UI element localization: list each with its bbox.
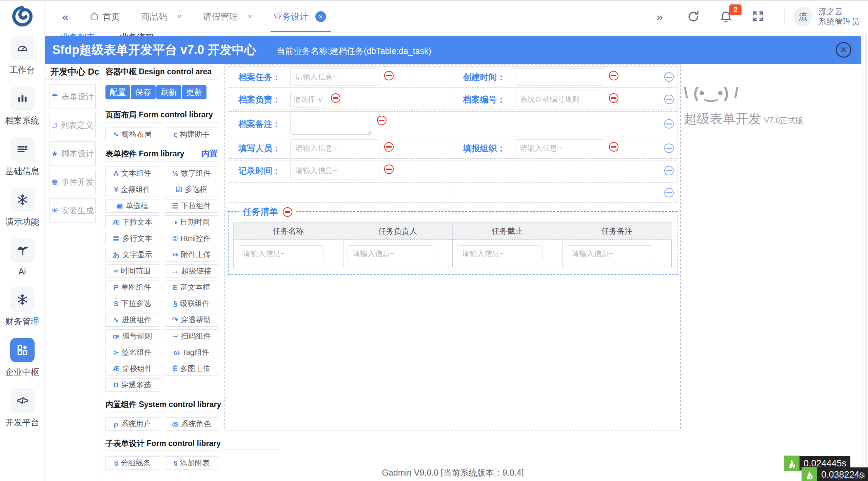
sidebar-item-base-info[interactable]: 基础信息 [5,137,39,177]
sidebar-item-ai[interactable]: Ai [10,238,35,276]
avatar[interactable]: 流 [793,7,813,26]
form-component-button[interactable]: ◑ 日期时间 [165,215,219,229]
form-component-button[interactable]: § 级联组件 [165,297,219,310]
app-logo[interactable] [12,5,33,27]
action-button[interactable]: 保存 [131,85,156,99]
form-component-button[interactable]: Æ 穿梭组件 [105,362,159,376]
form-component-button[interactable]: ☰ 下拉组件 [165,199,219,213]
form-component-button[interactable]: œ 编号规则 [105,329,159,343]
expand-tabs-icon[interactable]: » [656,10,663,23]
form-component-button[interactable]: ≻ 签名组件 [105,346,159,359]
remove-row-icon[interactable] [664,119,674,129]
form-component-button[interactable]: ω Tag组件 [165,346,219,359]
remove-row-icon[interactable] [664,188,674,197]
remove-field-icon[interactable] [609,71,618,80]
task-cell-input[interactable] [348,245,433,262]
task-cell-input[interactable] [238,245,323,262]
subtab-business-flow[interactable]: 业务流程 [120,32,154,36]
dev-center-button[interactable]: ★ 脚本设计 [49,141,96,166]
archive-owner-select[interactable]: 请选择 ∨ [290,91,326,108]
form-component-button[interactable]: A 文本组件 [105,167,159,180]
fullscreen-icon[interactable] [752,10,765,23]
dev-center-button[interactable]: ♫ 列表定义 [49,113,96,137]
task-cell-input[interactable] [567,245,652,262]
writer-input[interactable] [290,139,379,157]
record-time-input[interactable] [290,162,379,179]
system-component-button[interactable]: ρ 系统用户 [105,417,159,431]
close-modal-icon[interactable]: ✕ [836,42,851,58]
sidebar-item-enterprise-hub[interactable]: 企业中枢 [5,338,39,378]
action-button[interactable]: 配置 [105,85,130,99]
form-component-button[interactable]: Đ 穿透多选 [105,378,159,392]
tab-product-code[interactable]: 商品码 × [141,1,182,32]
close-tab-icon[interactable]: × [248,12,252,21]
builtin-link[interactable]: 内置 [201,148,218,159]
layout-component-button[interactable]: ∿ 栅格布局 [105,128,159,141]
org-input[interactable] [515,139,604,157]
dev-center-button[interactable]: ☀ 安装生成 [49,198,96,223]
dev-center-button[interactable]: ♚ 事件开发 [49,170,96,194]
component-label: 金额组件 [121,185,151,195]
user-info[interactable]: 流之云 系统管理员 [818,6,859,27]
close-tab-icon[interactable]: × [177,12,182,21]
remove-row-icon[interactable] [664,166,674,175]
action-button[interactable]: 刷新 [156,85,181,99]
form-component-button[interactable]: あ 文字显示 [105,248,159,262]
sidebar-item-dev-platform[interactable]: </> 开发平台 [5,388,39,428]
create-time-input[interactable] [515,68,604,86]
tab-label: 商品码 [141,11,167,23]
form-component-button[interactable]: S 下拉多选 [105,297,159,310]
remove-field-icon[interactable] [609,93,618,103]
form-component-button[interactable]: ∼ 扫码组件 [165,329,219,343]
resize-grip-icon[interactable] [367,130,371,134]
archive-number-input[interactable] [515,91,604,108]
tab-home[interactable]: 首页 [90,1,120,32]
form-component-button[interactable]: 〓 多行文本 [105,232,159,245]
page-scrollbar[interactable] [862,34,867,481]
form-component-button[interactable]: ∿ 进度组件 [105,313,159,327]
sidebar-item-workbench[interactable]: 工作台 [9,36,35,76]
tab-leave-management[interactable]: 请假管理 × [203,1,252,32]
form-component-button[interactable]: E 富文本框 [165,281,219,294]
collapse-tabs-icon[interactable]: « [62,10,68,23]
tab-business-design[interactable]: 业务设计 × [273,1,326,32]
form-component-button[interactable]: ↣ 附件上传 [165,248,219,262]
subtab-business-list[interactable]: 业务列表 [61,32,95,36]
form-component-button[interactable]: Ê 多图上传 [165,362,219,376]
remove-subtable-icon[interactable] [283,207,292,217]
remove-field-icon[interactable] [384,165,394,174]
component-icon: ◑ [173,218,177,226]
sidebar-item-archive[interactable]: 档案系统 [5,86,39,126]
form-component-button[interactable]: ↷ 穿透帮助 [165,313,219,327]
close-tab-icon[interactable]: × [315,11,326,22]
dev-center-button[interactable]: ☂ 表单设计 [49,84,96,109]
form-component-button[interactable]: ◉ 单选框 [105,199,159,213]
component-icon: P [114,283,118,291]
form-component-button[interactable]: Æ 下拉文本 [105,215,159,229]
archive-remark-textarea[interactable] [290,113,372,135]
sidebar-item-demo[interactable]: 演示功能 [5,188,39,227]
archive-task-input[interactable] [290,68,379,86]
form-component-button[interactable]: © Html控件 [165,232,219,245]
action-button[interactable]: 更新 [182,85,206,99]
system-component-button[interactable]: ◎ 系统角色 [165,417,219,431]
remove-row-icon[interactable] [664,143,674,153]
remove-field-icon[interactable] [609,142,618,152]
form-component-button[interactable]: ☑ 多选框 [165,183,219,196]
refresh-icon[interactable] [687,10,700,23]
layout-component-button[interactable]: ς 构建助手 [165,128,219,141]
notifications-bell-icon[interactable]: 2 [719,10,733,23]
form-component-button[interactable]: ≈ 时间范围 [105,264,159,278]
remove-row-icon[interactable] [664,72,674,82]
remove-field-icon[interactable] [377,116,387,125]
form-component-button[interactable]: ¥ 金额组件 [105,183,159,196]
remove-row-icon[interactable] [664,95,674,104]
remove-field-icon[interactable] [384,71,394,80]
sidebar-item-finance[interactable]: 财务管理 [5,287,39,327]
form-component-button[interactable]: P 单图组件 [105,281,159,294]
form-component-button[interactable]: ½ 数字组件 [165,167,219,180]
remove-field-icon[interactable] [331,93,340,103]
form-component-button[interactable]: ↔ 超级链接 [165,264,219,278]
task-cell-input[interactable] [457,245,542,262]
remove-field-icon[interactable] [384,142,394,152]
